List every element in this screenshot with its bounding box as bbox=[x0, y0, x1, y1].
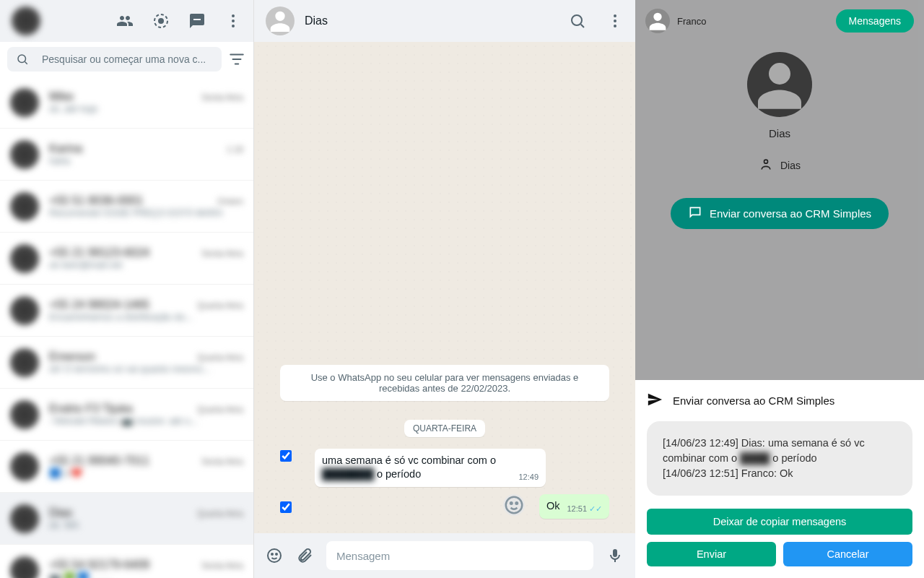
contact-profile: Dias Dias Enviar conversa ao CRM Simples bbox=[635, 42, 924, 246]
svg-point-13 bbox=[268, 549, 281, 562]
menu-icon[interactable] bbox=[225, 12, 242, 30]
incoming-message-row: uma semana é só vc combinar com o ██████… bbox=[280, 449, 609, 487]
svg-point-11 bbox=[510, 502, 513, 504]
chat-item-time: Sexta-feira bbox=[201, 92, 243, 103]
chat-list-item[interactable]: +55 21 99123-6024Sexta-feiraok teen@mail… bbox=[0, 233, 253, 285]
dialog-send-button[interactable]: Enviar bbox=[647, 542, 776, 566]
community-icon[interactable] bbox=[116, 12, 134, 30]
svg-point-3 bbox=[232, 20, 235, 22]
contact-name[interactable]: Dias bbox=[305, 14, 328, 27]
chat-item-time: Sexta-feira bbox=[201, 561, 243, 571]
status-icon[interactable] bbox=[152, 12, 170, 30]
filter-icon[interactable] bbox=[227, 50, 246, 69]
chat-item-avatar bbox=[10, 296, 39, 325]
chat-item-name: +55 21 99040-7011 bbox=[49, 454, 149, 467]
message-select-checkbox[interactable] bbox=[280, 450, 292, 462]
chat-item-preview: 📷 🟩 🟦 ____ bbox=[49, 571, 243, 578]
redacted-text: ███████ bbox=[322, 468, 374, 480]
chat-list-item[interactable]: MikeSexta-feiraok, até hoje bbox=[0, 77, 253, 129]
chat-item-avatar bbox=[10, 556, 39, 579]
my-avatar[interactable] bbox=[12, 7, 40, 35]
svg-point-5 bbox=[18, 55, 26, 63]
preview-line-1: [14/06/23 12:49] Dias: uma semana é só v… bbox=[663, 436, 897, 466]
compose-input[interactable]: Mensagem bbox=[326, 541, 593, 570]
message-select-checkbox[interactable] bbox=[280, 501, 292, 513]
svg-point-4 bbox=[232, 25, 235, 27]
svg-point-15 bbox=[276, 553, 277, 555]
contact-avatar[interactable] bbox=[266, 7, 295, 35]
svg-point-7 bbox=[614, 14, 616, 17]
svg-point-14 bbox=[271, 553, 273, 555]
svg-point-9 bbox=[614, 25, 616, 27]
contact-large-avatar bbox=[747, 52, 812, 117]
chat-item-text: Karina1:18haha bbox=[49, 142, 243, 166]
send-icon bbox=[647, 392, 663, 410]
chat-item-text: +55 51 8036-0001OntemRecomendo! ESSE PRE… bbox=[49, 194, 243, 218]
chat-item-preview: 🟦 oi❤️ bbox=[49, 467, 243, 478]
mic-icon[interactable] bbox=[606, 547, 624, 564]
left-pane: Pesquisar ou começar uma nova c... MikeS… bbox=[0, 0, 254, 578]
history-notice: Use o WhatsApp no seu celular para ver m… bbox=[280, 365, 609, 401]
chat-item-time: Quarta-feira bbox=[197, 353, 243, 363]
react-icon[interactable] bbox=[503, 494, 525, 516]
message-time: 12:51✓✓ bbox=[567, 504, 602, 514]
emoji-icon[interactable] bbox=[266, 547, 283, 564]
stop-copy-button[interactable]: Deixar de copiar mensagens bbox=[647, 509, 912, 535]
chat-item-name: Endrio F3 Tijuka bbox=[49, 402, 133, 415]
message-area: Use o WhatsApp no seu celular para ver m… bbox=[254, 42, 635, 533]
outgoing-bubble[interactable]: Ok 12:51✓✓ bbox=[539, 494, 609, 519]
dialog-message-preview: [14/06/23 12:49] Dias: uma semana é só v… bbox=[647, 421, 912, 496]
search-icon bbox=[16, 53, 29, 66]
chat-list: MikeSexta-feiraok, até hojeKarina1:18hah… bbox=[0, 77, 253, 578]
chat-item-time: Quarta-feira bbox=[197, 405, 243, 415]
chat-item-avatar bbox=[10, 400, 39, 429]
chat-item-time: Ontem bbox=[217, 197, 243, 207]
conversation-header: Dias bbox=[254, 0, 635, 42]
current-user-avatar[interactable] bbox=[645, 9, 670, 33]
chat-item-text: MikeSexta-feiraok, até hoje bbox=[49, 90, 243, 114]
search-in-chat-icon[interactable] bbox=[569, 12, 586, 30]
incoming-bubble[interactable]: uma semana é só vc combinar com o ██████… bbox=[315, 449, 546, 487]
chat-list-item[interactable]: +55 54 92179-6409Sexta-feira📷 🟩 🟦 ____ bbox=[0, 545, 253, 578]
chat-list-item[interactable]: Endrio F3 TijukaQuarta-feira~Wendel Ribe… bbox=[0, 389, 253, 441]
chat-menu-icon[interactable] bbox=[606, 12, 624, 30]
dialog-cancel-button[interactable]: Cancelar bbox=[783, 542, 912, 566]
message-text: Ok bbox=[546, 500, 560, 512]
new-chat-icon[interactable] bbox=[188, 12, 206, 30]
preview-line-2: [14/06/23 12:51] Franco: Ok bbox=[663, 466, 897, 481]
chat-item-preview: ok, até hoje bbox=[49, 103, 243, 114]
chat-list-item[interactable]: EmersonQuarta-feiraok! O terminho só vai… bbox=[0, 337, 253, 389]
crm-header: Franco Mensagens bbox=[635, 0, 924, 42]
chat-item-name: +55 54 92179-6409 bbox=[49, 558, 149, 571]
send-crm-button[interactable]: Enviar conversa ao CRM Simples bbox=[671, 198, 889, 229]
chat-list-item[interactable]: DiasQuarta-feiraok. WA bbox=[0, 493, 253, 545]
dialog-actions: Enviar Cancelar bbox=[647, 542, 912, 566]
svg-point-16 bbox=[764, 160, 767, 163]
chat-list-item[interactable]: +55 24 98024-1465Quarta-feiraEncaminhamo… bbox=[0, 285, 253, 337]
chat-item-name: +55 51 8036-0001 bbox=[49, 194, 143, 207]
crm-pane: Franco Mensagens Dias Dias Enviar conver… bbox=[635, 0, 924, 578]
chat-item-avatar bbox=[10, 348, 39, 377]
person-icon bbox=[759, 157, 773, 173]
chat-item-text: +55 24 98024-1465Quarta-feiraEncaminhamo… bbox=[49, 298, 243, 322]
svg-point-8 bbox=[614, 20, 616, 22]
chat-item-name: +55 21 99123-6024 bbox=[49, 246, 149, 259]
chat-item-text: +55 21 99040-7011Sexta-feira🟦 oi❤️ bbox=[49, 454, 243, 478]
chat-list-item[interactable]: +55 21 99040-7011Sexta-feira🟦 oi❤️ bbox=[0, 441, 253, 493]
chat-item-text: Endrio F3 TijukaQuarta-feira~Wendel Ribe… bbox=[49, 402, 243, 426]
chat-item-name: Karina bbox=[49, 142, 82, 155]
chat-item-preview: haha bbox=[49, 155, 243, 166]
svg-point-1 bbox=[159, 19, 163, 23]
chat-list-item[interactable]: +55 51 8036-0001OntemRecomendo! ESSE PRE… bbox=[0, 181, 253, 233]
attach-icon[interactable] bbox=[296, 547, 313, 564]
chat-item-name: Dias bbox=[49, 506, 72, 519]
date-chip: QUARTA-FEIRA bbox=[404, 420, 485, 437]
search-input[interactable]: Pesquisar ou começar uma nova c... bbox=[7, 47, 222, 72]
messages-button[interactable]: Mensagens bbox=[836, 9, 914, 33]
message-time: 12:49 bbox=[518, 472, 539, 483]
chat-item-avatar bbox=[10, 192, 39, 221]
chat-item-avatar bbox=[10, 244, 39, 273]
chat-item-preview: ok! O terminho só vai quanto mesmo... bbox=[49, 363, 243, 374]
chat-list-item[interactable]: Karina1:18haha bbox=[0, 129, 253, 181]
chat-item-name: Mike bbox=[49, 90, 74, 103]
